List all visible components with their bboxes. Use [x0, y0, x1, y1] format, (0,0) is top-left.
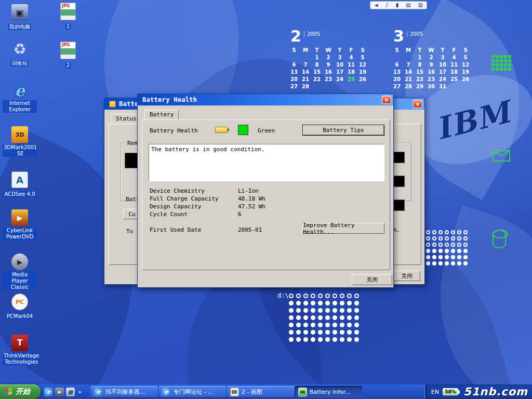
taskbar-task-paint[interactable]: 2 - 画图 — [227, 386, 294, 397]
calendar-month-number: 3 — [393, 29, 404, 44]
decor-dot — [463, 243, 468, 247]
desktop-icon-acdsee[interactable]: AACDSee 4.0 — [3, 171, 37, 198]
calendar-date: 9 — [425, 61, 437, 69]
calendar-date: 12 — [460, 61, 471, 69]
computer-icon: ▣ — [11, 4, 28, 21]
field-value: 6 — [238, 211, 242, 219]
taskbar-task-battery[interactable]: Battery Infor... — [295, 386, 362, 397]
calendar-date: 16 — [323, 69, 334, 76]
acdsee-icon: A — [11, 171, 28, 188]
decor-green-cell — [500, 59, 503, 62]
desktop-icon[interactable] — [66, 388, 75, 396]
window-close-button[interactable]: 关闭 — [393, 271, 420, 281]
taskbar: 开始 » 找不到服务器...专门网论坛 - ...2 - 画图Battery I… — [0, 384, 532, 399]
decor-dot — [296, 294, 301, 298]
battery-indicator[interactable]: 58% — [443, 388, 460, 395]
decor-dot — [340, 323, 344, 327]
desktop-icon-powerdvd[interactable]: ▶CyberLink PowerDVD — [3, 209, 37, 241]
improve-battery-health-button[interactable]: Improve Battery Health... — [302, 223, 384, 234]
battery-field-row: Design Capacity47.52 Wh — [150, 203, 305, 211]
close-icon[interactable]: × — [413, 100, 422, 108]
calendar-date: 24 — [437, 76, 448, 83]
start-button[interactable]: 开始 — [0, 384, 41, 399]
decor-dot — [289, 301, 294, 305]
condition-textbox[interactable]: The battery is in good condition. — [149, 144, 384, 181]
decor-green-cell — [500, 55, 503, 58]
desktop-icon-recycle[interactable]: ♻回收站 — [3, 41, 37, 67]
thinkvantage-icon: T — [11, 335, 28, 351]
desktop-icon-ie[interactable]: eInternet Explorer — [3, 82, 37, 113]
decor-dot — [445, 243, 449, 247]
status-gauge — [393, 152, 405, 163]
calendar-date: 14 — [300, 69, 311, 76]
first-used-row: First Used Date 2005-01 — [150, 227, 305, 234]
calendar-date: 26 — [460, 76, 471, 83]
decor-dot — [325, 315, 330, 320]
file-icon-jpg[interactable]: JPG2 — [51, 42, 85, 69]
media-icon[interactable] — [55, 388, 64, 396]
dialog-close-button[interactable]: 关闭 — [352, 274, 392, 285]
decor-dot — [296, 330, 301, 335]
decor-dot — [332, 315, 337, 320]
battery-health-label: Battery Health — [150, 127, 198, 134]
decor-dot — [451, 255, 455, 259]
language-indicator[interactable]: EN — [431, 389, 439, 395]
desktop-icon-threedmark[interactable]: 3D3DMark2001 SE — [3, 126, 37, 157]
calendar-grid: SMTWTFS123456789101112131415161718192021… — [288, 47, 370, 90]
calendar-date: 28 — [300, 83, 311, 90]
calendar-date: 24 — [334, 76, 345, 83]
battery-health-titlebar[interactable]: Battery Health × — [138, 94, 393, 105]
volume-icon: ◄ — [374, 2, 378, 9]
decor-green-cell — [508, 59, 511, 62]
decor-green-grid-icon — [491, 55, 511, 71]
desktop-icon-pcmark[interactable]: PCPCMark04 — [3, 294, 37, 320]
decor-dot — [332, 330, 337, 335]
calendar-date: 4 — [448, 54, 460, 61]
calendar-day-header: S — [391, 47, 403, 54]
desktop-icon-label: ACDSee 4.0 — [3, 191, 36, 197]
calendar-date: 13 — [391, 69, 403, 76]
decor-dot — [426, 255, 430, 259]
desktop-icon-mpc[interactable]: ▶Media Player Classic — [3, 254, 37, 291]
calendar-date: 13 — [288, 69, 300, 76]
document-icon: ▥ — [418, 2, 423, 9]
desktop-icon-computer[interactable]: ▣我的电脑 — [3, 4, 37, 31]
decor-dot — [438, 261, 443, 265]
taskbar-task-ie[interactable]: 找不到服务器... — [91, 386, 158, 397]
quick-launch-overflow-chevron[interactable]: » — [77, 389, 83, 395]
tab-battery[interactable]: Battery — [144, 110, 179, 119]
decor-dot — [432, 230, 436, 234]
battery-field-row: Full Charge Capacity48.18 Wh — [150, 195, 305, 203]
close-icon[interactable]: × — [382, 96, 391, 104]
battery-icon — [298, 388, 307, 396]
decor-dot — [445, 249, 449, 253]
decor-dot — [463, 261, 468, 265]
decor-dot — [438, 255, 443, 259]
decor-green-cell — [504, 55, 507, 58]
file-icon-jpg[interactable]: JPG1 — [51, 3, 85, 30]
calendar-date: 8 — [311, 61, 323, 69]
desktop-icon-thinkvantage[interactable]: TThinkVantage Technologies — [3, 335, 37, 366]
calendar-date — [345, 83, 357, 90]
calendar-date: 25 — [345, 76, 357, 83]
decor-dot — [325, 330, 330, 335]
decor-dot — [438, 236, 443, 241]
desktop-icon-label: Media Player Classic — [3, 272, 37, 290]
calendar-day-header: M — [300, 47, 311, 54]
decor-dot — [432, 255, 436, 259]
decor-dot — [354, 308, 359, 313]
windows-logo-icon — [4, 388, 12, 396]
calendar-date: 4 — [345, 54, 357, 61]
battery-app-icon — [109, 101, 116, 108]
field-label: Device Chemistry — [150, 188, 238, 195]
calendar-date: 28 — [403, 83, 414, 90]
calendar-date: 19 — [357, 69, 368, 76]
taskbar-task-ie[interactable]: 专门网论坛 - ... — [159, 386, 226, 397]
calendar-date: 26 — [357, 76, 368, 83]
battery-tips-button[interactable]: Battery Tips — [302, 125, 384, 136]
ie-icon[interactable] — [44, 388, 53, 396]
decor-dot-grid — [426, 230, 468, 265]
calendar-day-header: F — [448, 47, 460, 54]
field-value: Li-Ion — [238, 188, 259, 195]
calendar-date: 14 — [403, 69, 414, 76]
